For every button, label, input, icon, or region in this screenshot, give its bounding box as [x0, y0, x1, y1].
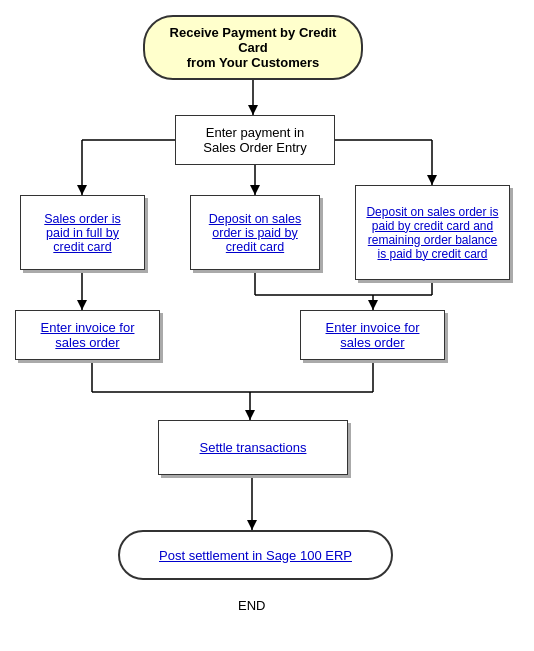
post-label: Post settlement in Sage 100 ERP [159, 548, 352, 563]
invoice2-label: Enter invoice for sales order [326, 320, 420, 350]
flowchart: Receive Payment by Credit Card from Your… [0, 0, 534, 651]
svg-marker-25 [247, 520, 257, 530]
svg-marker-1 [248, 105, 258, 115]
post-node[interactable]: Post settlement in Sage 100 ERP [118, 530, 393, 580]
settle-node[interactable]: Settle transactions [158, 420, 348, 475]
svg-marker-15 [368, 300, 378, 310]
box3-label: Deposit on sales order is paid by credit… [366, 205, 499, 261]
box1-label: Sales order is paid in full by credit ca… [31, 212, 134, 254]
box3-node[interactable]: Deposit on sales order is paid by credit… [355, 185, 510, 280]
svg-marker-4 [77, 185, 87, 195]
box1-node[interactable]: Sales order is paid in full by credit ca… [20, 195, 145, 270]
start-label: Receive Payment by Credit Card from Your… [161, 25, 345, 70]
invoice2-node[interactable]: Enter invoice for sales order [300, 310, 445, 360]
settle-label: Settle transactions [200, 440, 307, 455]
start-node: Receive Payment by Credit Card from Your… [143, 15, 363, 80]
svg-marker-9 [427, 175, 437, 185]
end-label: END [238, 598, 265, 613]
invoice1-node[interactable]: Enter invoice for sales order [15, 310, 160, 360]
enter-payment-label: Enter payment in Sales Order Entry [203, 125, 306, 155]
invoice1-label: Enter invoice for sales order [26, 320, 149, 350]
enter-payment-node: Enter payment in Sales Order Entry [175, 115, 335, 165]
svg-marker-11 [77, 300, 87, 310]
svg-marker-21 [245, 410, 255, 420]
svg-marker-6 [250, 185, 260, 195]
box2-node[interactable]: Deposit on sales order is paid by credit… [190, 195, 320, 270]
box2-label: Deposit on sales order is paid by credit… [201, 212, 309, 254]
